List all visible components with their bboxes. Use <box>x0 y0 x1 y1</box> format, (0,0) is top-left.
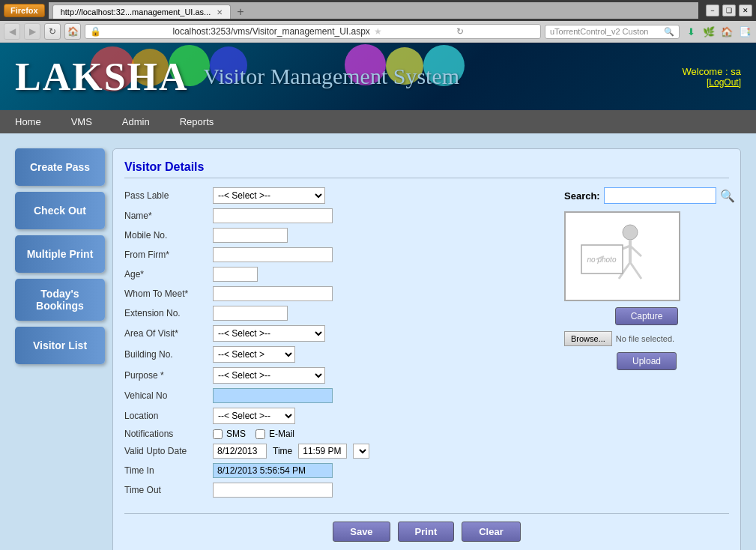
save-button[interactable]: Save <box>333 522 390 542</box>
age-label: Age* <box>124 269 207 279</box>
search-area: Search: 🔍 <box>564 187 729 204</box>
firefox-button[interactable]: Firefox <box>4 4 45 17</box>
upload-button[interactable]: Upload <box>617 352 677 370</box>
time-out-label: Time Out <box>124 485 207 495</box>
nav-icons: ⬇ 🌿 🏠 📑 <box>683 24 752 39</box>
bookmark-icon[interactable]: 📑 <box>737 24 752 39</box>
valid-upto-label: Valid Upto Date <box>124 446 207 456</box>
extension-label: Extension No. <box>124 308 207 318</box>
nav-admin[interactable]: Admin <box>107 110 165 133</box>
download-icon[interactable]: ⬇ <box>683 24 698 39</box>
from-firm-input[interactable] <box>213 247 333 262</box>
minimize-button[interactable]: − <box>706 4 719 16</box>
ampm-select[interactable]: ▼ <box>353 444 369 459</box>
time-in-label: Time In <box>124 465 207 476</box>
vehical-no-input[interactable] <box>213 388 333 403</box>
back-button[interactable]: ◀ <box>4 23 20 40</box>
time-in-input[interactable] <box>213 463 333 478</box>
area-of-visit-row: Area Of Visit* --< Select >-- <box>124 325 549 342</box>
check-out-button[interactable]: Check Out <box>15 192 105 229</box>
area-of-visit-select[interactable]: --< Select >-- <box>213 325 325 342</box>
extension-input[interactable] <box>213 306 288 321</box>
extension-row: Extension No. <box>124 306 549 321</box>
app-title-left: LAKSHA <box>15 55 189 99</box>
address-bar[interactable]: 🔒 localhost:3253/vms/Visitor_management_… <box>85 24 541 39</box>
new-tab-button[interactable]: + <box>233 4 247 19</box>
valid-date-input[interactable] <box>213 444 267 459</box>
action-buttons-row: Save Print Clear <box>124 513 729 542</box>
whom-to-meet-input[interactable] <box>213 286 333 301</box>
form-right: Search: 🔍 <box>564 187 729 502</box>
restore-button[interactable]: ❑ <box>722 4 736 16</box>
age-input[interactable] <box>213 267 258 282</box>
area-of-visit-label: Area Of Visit* <box>124 328 207 339</box>
leaf-icon[interactable]: 🌿 <box>701 24 716 39</box>
pass-label-row: Pass Lable --< Select >-- <box>124 187 549 204</box>
nav-reports[interactable]: Reports <box>165 110 229 133</box>
logout-link[interactable]: [LogOut] <box>682 77 741 88</box>
star-icon: ★ <box>374 26 453 37</box>
tab-close-icon[interactable]: ✕ <box>217 8 223 16</box>
search-nav-icon: 🔍 <box>664 27 674 37</box>
nav-home[interactable]: Home <box>0 110 56 133</box>
create-pass-button[interactable]: Create Pass <box>15 148 105 186</box>
app-title-right: Visitor Management System <box>189 64 683 89</box>
active-tab[interactable]: http://localhost:32...management_UI.as..… <box>52 4 232 19</box>
location-select[interactable]: --< Select >-- <box>213 408 295 424</box>
sms-checkbox[interactable] <box>213 429 223 439</box>
email-label: E-Mail <box>269 429 294 439</box>
browse-button[interactable]: Browse... <box>564 331 612 346</box>
from-firm-label: From Firm* <box>124 250 207 260</box>
nav-vms[interactable]: VMS <box>56 110 107 133</box>
name-input[interactable] <box>213 208 333 223</box>
email-checkbox[interactable] <box>255 429 265 439</box>
building-no-label: Building No. <box>124 349 207 360</box>
visitor-list-button[interactable]: Visitor List <box>15 327 105 364</box>
mobile-label: Mobile No. <box>124 230 207 241</box>
refresh-button[interactable]: ↻ <box>44 23 61 40</box>
lock-icon: 🔒 <box>90 26 169 37</box>
valid-time-input[interactable] <box>298 444 347 459</box>
time-label: Time <box>273 446 292 456</box>
close-button[interactable]: ✕ <box>739 4 752 16</box>
purpose-label: Purpose * <box>124 370 207 381</box>
time-out-row: Time Out <box>124 483 549 498</box>
no-file-text: No file selected. <box>616 334 674 343</box>
home-button[interactable]: 🏠 <box>64 23 81 40</box>
multiple-print-button[interactable]: Multiple Print <box>15 235 105 273</box>
whom-to-meet-row: Whom To Meet* <box>124 286 549 301</box>
visitor-details-panel: Visitor Details Pass Lable --< Select >-… <box>112 148 741 550</box>
mobile-input[interactable] <box>213 228 288 243</box>
home-nav-icon[interactable]: 🏠 <box>719 24 734 39</box>
browser-chrome: Firefox http://localhost:32...management… <box>0 0 756 43</box>
building-no-select[interactable]: --< Select > <box>213 346 295 363</box>
address-text: localhost:3253/vms/Visitor_management_UI… <box>173 26 370 37</box>
tab-bar: http://localhost:32...management_UI.as..… <box>49 2 698 19</box>
time-in-row: Time In <box>124 463 549 478</box>
purpose-select[interactable]: --< Select >-- <box>213 367 325 384</box>
todays-bookings-button[interactable]: Today's Bookings <box>15 279 105 321</box>
name-label: Name* <box>124 211 207 221</box>
search-button[interactable]: 🔍 <box>720 189 735 203</box>
browser-search-box[interactable]: uTorrentControl_v2 Custon 🔍 <box>545 25 680 39</box>
search-input[interactable] <box>604 187 716 204</box>
purpose-row: Purpose * --< Select >-- <box>124 367 549 384</box>
capture-button[interactable]: Capture <box>615 307 679 325</box>
time-out-input[interactable] <box>213 483 333 498</box>
vehical-no-label: Vehical No <box>124 390 207 401</box>
pass-label-label: Pass Lable <box>124 190 207 201</box>
form-left: Pass Lable --< Select >-- Name* Mobile N… <box>124 187 549 502</box>
search-label: Search: <box>564 190 600 202</box>
form-layout: Pass Lable --< Select >-- Name* Mobile N… <box>124 187 729 502</box>
welcome-text: Welcome : sa <box>682 66 741 77</box>
pass-label-select[interactable]: --< Select >-- <box>213 187 325 204</box>
notifications-row: Notifications SMS E-Mail <box>124 429 549 439</box>
forward-button[interactable]: ▶ <box>24 23 40 40</box>
refresh-small-icon: ↻ <box>456 26 536 37</box>
header-user: Welcome : sa [LogOut] <box>682 66 741 88</box>
clear-button[interactable]: Clear <box>462 522 521 542</box>
valid-datetime: Time ▼ <box>213 444 369 459</box>
notifications-label: Notifications <box>124 429 207 439</box>
print-button[interactable]: Print <box>398 522 455 542</box>
location-row: Location --< Select >-- <box>124 408 549 424</box>
